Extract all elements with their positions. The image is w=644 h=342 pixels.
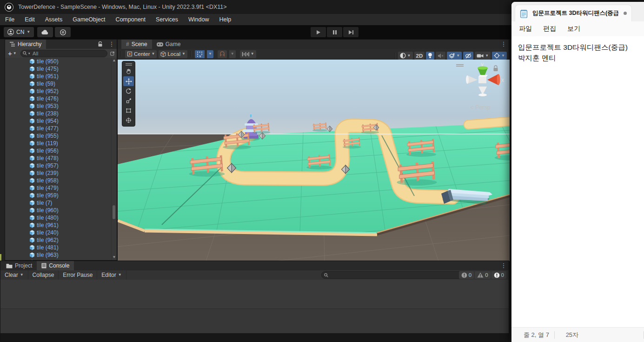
- hierarchy-item[interactable]: tile (955): [5, 132, 112, 140]
- hierarchy-item[interactable]: tile (59): [5, 80, 112, 87]
- add-object-button[interactable]: + ▼: [5, 49, 19, 57]
- gizmo-cube[interactable]: [478, 77, 486, 83]
- menu-item[interactable]: Component: [110, 14, 151, 25]
- view-tool-button[interactable]: [123, 67, 134, 76]
- hierarchy-item[interactable]: tile (480): [5, 214, 112, 221]
- hierarchy-item[interactable]: tile (478): [5, 154, 112, 162]
- pick-window-icon[interactable]: [110, 51, 114, 56]
- tab-hierarchy[interactable]: Hierarchy: [5, 40, 46, 49]
- clear-button[interactable]: Clear ▼: [0, 270, 28, 280]
- hierarchy-item[interactable]: tile (238): [5, 110, 112, 117]
- hierarchy-scrollbar[interactable]: ▲ ▼: [111, 58, 117, 260]
- hierarchy-item[interactable]: tile (958): [5, 177, 112, 184]
- console-menu-button[interactable]: ⋮: [500, 262, 507, 269]
- hierarchy-item[interactable]: tile (951): [5, 73, 112, 80]
- hierarchy-item[interactable]: tile (954): [5, 117, 112, 125]
- menu-item[interactable]: Help: [214, 14, 236, 25]
- menu-item[interactable]: Edit: [20, 14, 40, 25]
- scene-visibility-button[interactable]: [463, 52, 473, 60]
- hierarchy-item[interactable]: tile (953): [5, 102, 112, 110]
- overlay-drag-handle[interactable]: [456, 64, 464, 67]
- hierarchy-item[interactable]: tile (962): [5, 236, 112, 244]
- hierarchy-item[interactable]: tile (957): [5, 162, 112, 169]
- orientation-gizmo[interactable]: y x <: [453, 60, 507, 113]
- hierarchy-search[interactable]: ▼: [20, 50, 107, 57]
- hierarchy-item[interactable]: tile (476): [5, 95, 112, 102]
- hierarchy-item[interactable]: tile (475): [5, 65, 112, 73]
- pause-button[interactable]: [327, 27, 342, 37]
- editor-button[interactable]: Editor ▼: [97, 270, 126, 280]
- lock-icon[interactable]: [98, 41, 103, 47]
- scale-tool-button[interactable]: [123, 96, 134, 106]
- tool-pivot-button[interactable]: Center ▼: [125, 50, 157, 58]
- overlay-drag-handle[interactable]: [122, 62, 135, 67]
- lighting-toggle-button[interactable]: [426, 52, 434, 60]
- cloud-button[interactable]: [37, 27, 53, 37]
- increment-snap-button[interactable]: ▼: [240, 50, 256, 58]
- hierarchy-search-input[interactable]: [32, 50, 105, 57]
- notepad-text-area[interactable]: 입문프로젝트 3D타워디팬스(중급) 박지훈 멘티: [511, 36, 644, 328]
- draw-mode-button[interactable]: ▼: [398, 52, 413, 60]
- error-count-badge[interactable]: 0: [491, 271, 506, 279]
- scene-menu-button[interactable]: ⋮: [500, 40, 507, 47]
- scrollbar-thumb[interactable]: [113, 205, 115, 219]
- audio-toggle-button[interactable]: [436, 52, 445, 60]
- hierarchy-item[interactable]: tile (7): [5, 199, 112, 207]
- x-axis-cone[interactable]: [487, 74, 498, 85]
- hierarchy-item[interactable]: tile (477): [5, 125, 112, 132]
- notepad-menu-file[interactable]: 파일: [513, 25, 538, 33]
- grid-snapping-caret[interactable]: ▼: [207, 50, 213, 58]
- console-search-input[interactable]: [330, 272, 463, 278]
- scroll-up-icon[interactable]: ▲: [112, 58, 117, 63]
- services-button[interactable]: [55, 27, 71, 37]
- account-button[interactable]: CN ▼: [4, 27, 34, 37]
- menu-item[interactable]: File: [0, 14, 20, 25]
- hierarchy-item[interactable]: tile (963): [5, 251, 112, 259]
- play-button[interactable]: [311, 27, 326, 37]
- snap-button[interactable]: [218, 50, 227, 58]
- projection-toggle[interactable]: < Persp: [470, 104, 491, 111]
- hierarchy-item[interactable]: tile (952): [5, 87, 112, 95]
- hierarchy-item[interactable]: tile (956): [5, 147, 112, 154]
- menu-item[interactable]: Services: [151, 14, 183, 25]
- notepad-menu-view[interactable]: 보기: [562, 25, 586, 33]
- hierarchy-menu-button[interactable]: ⋮: [108, 40, 115, 47]
- error-pause-button[interactable]: Error Pause: [59, 270, 97, 280]
- hierarchy-item[interactable]: tile (481): [5, 244, 112, 251]
- gizmo-lock-icon[interactable]: [494, 66, 498, 71]
- info-count-badge[interactable]: 0: [459, 271, 474, 279]
- hierarchy-item[interactable]: tile (961): [5, 221, 112, 229]
- hierarchy-item[interactable]: tile (120): [5, 259, 112, 260]
- collapse-button[interactable]: Collapse: [28, 270, 59, 280]
- hierarchy-item[interactable]: tile (119): [5, 140, 112, 147]
- step-button[interactable]: [343, 27, 359, 37]
- hierarchy-item[interactable]: tile (240): [5, 229, 112, 236]
- hierarchy-item[interactable]: tile (950): [5, 58, 112, 65]
- hierarchy-item[interactable]: tile (960): [5, 207, 112, 214]
- 2d-mode-button[interactable]: 2D: [414, 52, 425, 60]
- hierarchy-item[interactable]: tile (239): [5, 169, 112, 177]
- tool-orientation-button[interactable]: Local ▼: [159, 50, 187, 58]
- move-tool-button[interactable]: [123, 76, 134, 86]
- camera-settings-button[interactable]: ▼: [475, 52, 491, 60]
- snap-caret[interactable]: ▼: [229, 50, 236, 58]
- rect-tool-button[interactable]: [123, 106, 134, 115]
- tab-game[interactable]: Game: [152, 40, 186, 49]
- menu-item[interactable]: Assets: [40, 14, 68, 25]
- grid-snapping-button[interactable]: y: [195, 50, 205, 58]
- gizmos-button[interactable]: ▼: [492, 52, 507, 60]
- effects-button[interactable]: ▼: [447, 52, 462, 60]
- tab-project[interactable]: Project: [1, 261, 37, 270]
- hierarchy-item[interactable]: tile (959): [5, 192, 112, 199]
- search-filter-caret-icon[interactable]: ▼: [28, 52, 31, 55]
- tab-console[interactable]: Console: [37, 261, 74, 270]
- console-log-list[interactable]: [0, 280, 509, 309]
- scene-viewport[interactable]: y x <: [118, 60, 510, 261]
- warning-count-badge[interactable]: 0: [475, 271, 490, 279]
- console-detail-pane[interactable]: [0, 309, 509, 334]
- notepad-menu-edit[interactable]: 편집: [538, 25, 562, 33]
- notepad-tab[interactable]: 입문프로젝트 3D타워디팬스(중급): [515, 5, 632, 21]
- menu-item[interactable]: Window: [183, 14, 214, 25]
- unity-title-bar[interactable]: TowerDefence - SampleScene - Windows, Ma…: [0, 0, 511, 14]
- axis-cone[interactable]: [467, 75, 478, 84]
